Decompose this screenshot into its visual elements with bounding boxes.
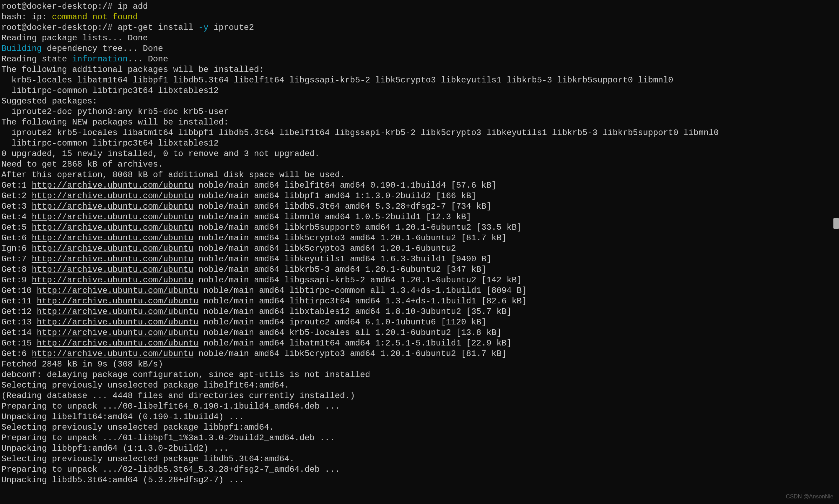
output-line: The following additional packages will b… xyxy=(1,65,264,74)
output-line: Selecting previously unselected package … xyxy=(1,381,289,390)
repo-url: http://archive.ubuntu.com/ubuntu xyxy=(32,349,193,358)
download-line: Get:11 http://archive.ubuntu.com/ubuntu … xyxy=(1,296,527,306)
repo-url: http://archive.ubuntu.com/ubuntu xyxy=(32,202,193,211)
download-line: Get:12 http://archive.ubuntu.com/ubuntu … xyxy=(1,307,512,316)
repo-url: http://archive.ubuntu.com/ubuntu xyxy=(32,212,193,222)
output-line: Reading state information... Done xyxy=(1,54,168,64)
download-line: Get:6 http://archive.ubuntu.com/ubuntu n… xyxy=(1,349,506,358)
download-line: Get:4 http://archive.ubuntu.com/ubuntu n… xyxy=(1,212,471,222)
output-line: Need to get 2868 kB of archives. xyxy=(1,160,163,169)
output-line: Fetched 2848 kB in 9s (308 kB/s) xyxy=(1,359,163,369)
command-text: ip add xyxy=(118,2,148,11)
repo-url: http://archive.ubuntu.com/ubuntu xyxy=(32,233,193,243)
cmd-flag: -y xyxy=(199,23,209,32)
output-line: Unpacking libelf1t64:amd64 (0.190-1.1bui… xyxy=(1,412,244,422)
output-line: Suggested packages: xyxy=(1,96,98,106)
output-line: Unpacking libdb5.3t64:amd64 (5.3.28+dfsg… xyxy=(1,475,244,485)
repo-url: http://archive.ubuntu.com/ubuntu xyxy=(37,328,199,337)
download-line: Ign:6 http://archive.ubuntu.com/ubuntu n… xyxy=(1,244,456,253)
repo-url: http://archive.ubuntu.com/ubuntu xyxy=(32,244,193,253)
output-line: After this operation, 8068 kB of additio… xyxy=(1,170,345,180)
output-line: Selecting previously unselected package … xyxy=(1,423,274,432)
repo-url: http://archive.ubuntu.com/ubuntu xyxy=(32,254,193,264)
output-line: The following NEW packages will be insta… xyxy=(1,117,229,127)
repo-url: http://archive.ubuntu.com/ubuntu xyxy=(32,265,193,274)
output-line: Building dependency tree... Done xyxy=(1,44,163,53)
download-line: Get:6 http://archive.ubuntu.com/ubuntu n… xyxy=(1,233,506,243)
download-line: Get:10 http://archive.ubuntu.com/ubuntu … xyxy=(1,286,527,295)
download-line: Get:9 http://archive.ubuntu.com/ubuntu n… xyxy=(1,275,522,285)
output-line: Reading package lists... Done xyxy=(1,33,148,43)
output-line: krb5-locales libatm1t64 libbpf1 libdb5.3… xyxy=(1,75,673,85)
download-line: Get:8 http://archive.ubuntu.com/ubuntu n… xyxy=(1,265,486,274)
repo-url: http://archive.ubuntu.com/ubuntu xyxy=(32,223,193,232)
repo-url: http://archive.ubuntu.com/ubuntu xyxy=(32,275,193,285)
information-word: information xyxy=(72,54,128,64)
output-line: iproute2 krb5-locales libatm1t64 libbpf1… xyxy=(1,128,719,137)
prompt: root@docker-desktop:/# xyxy=(1,2,118,11)
output-line: Preparing to unpack .../00-libelf1t64_0.… xyxy=(1,402,340,411)
repo-url: http://archive.ubuntu.com/ubuntu xyxy=(37,317,199,327)
scrollbar-vertical[interactable] xyxy=(833,0,839,504)
command-text: apt-get install -y iproute2 xyxy=(118,23,254,32)
building-word: Building xyxy=(1,44,42,53)
repo-url: http://archive.ubuntu.com/ubuntu xyxy=(32,181,193,190)
download-line: Get:5 http://archive.ubuntu.com/ubuntu n… xyxy=(1,223,522,232)
repo-url: http://archive.ubuntu.com/ubuntu xyxy=(37,286,199,295)
output-line: debconf: delaying package configuration,… xyxy=(1,370,370,379)
output-line: libtirpc-common libtirpc3t64 libxtables1… xyxy=(1,86,219,95)
terminal-output[interactable]: root@docker-desktop:/# ip add bash: ip: … xyxy=(0,0,839,487)
output-line: (Reading database ... 4448 files and dir… xyxy=(1,391,355,401)
download-line: Get:15 http://archive.ubuntu.com/ubuntu … xyxy=(1,338,512,348)
error-text: command not found xyxy=(52,12,138,22)
download-line: Get:14 http://archive.ubuntu.com/ubuntu … xyxy=(1,328,502,337)
download-line: Get:7 http://archive.ubuntu.com/ubuntu n… xyxy=(1,254,491,264)
download-line: Get:13 http://archive.ubuntu.com/ubuntu … xyxy=(1,317,486,327)
output-line: Preparing to unpack .../02-libdb5.3t64_5… xyxy=(1,465,340,474)
output-line: Selecting previously unselected package … xyxy=(1,454,294,464)
output-line: libtirpc-common libtirpc3t64 libxtables1… xyxy=(1,139,219,148)
download-line: Get:2 http://archive.ubuntu.com/ubuntu n… xyxy=(1,191,476,201)
repo-url: http://archive.ubuntu.com/ubuntu xyxy=(37,307,199,316)
repo-url: http://archive.ubuntu.com/ubuntu xyxy=(32,191,193,201)
output-line: Preparing to unpack .../01-libbpf1_1%3a1… xyxy=(1,433,335,443)
download-line: Get:1 http://archive.ubuntu.com/ubuntu n… xyxy=(1,181,496,190)
repo-url: http://archive.ubuntu.com/ubuntu xyxy=(37,296,199,306)
repo-url: http://archive.ubuntu.com/ubuntu xyxy=(37,338,199,348)
prompt: root@docker-desktop:/# xyxy=(1,23,118,32)
scrollbar-thumb[interactable] xyxy=(833,218,839,229)
download-line: Get:3 http://archive.ubuntu.com/ubuntu n… xyxy=(1,202,491,211)
output-line: Unpacking libbpf1:amd64 (1:1.3.0-2build2… xyxy=(1,444,229,453)
bash-error-line: bash: ip: command not found xyxy=(1,12,138,22)
output-line: iproute2-doc python3:any krb5-doc krb5-u… xyxy=(1,107,229,116)
output-line: 0 upgraded, 15 newly installed, 0 to rem… xyxy=(1,149,320,159)
watermark: CSDN @AnsonNie xyxy=(786,491,833,502)
